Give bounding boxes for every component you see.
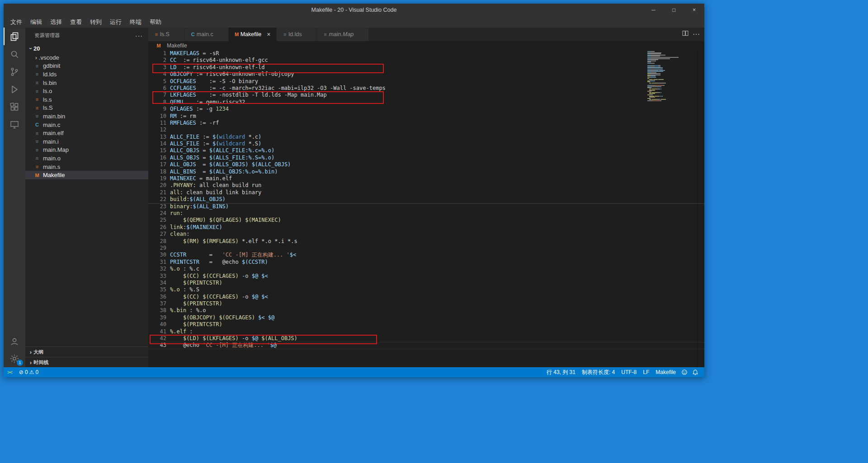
minimize-button[interactable]: ─ — [643, 4, 664, 16]
run-debug-icon[interactable] — [4, 80, 25, 98]
code-line-18[interactable]: 18ALL_BINS = $(ALL_OBJS:%.o=%.bin) — [148, 168, 704, 175]
code-line-23[interactable]: 23binary:$(ALL_BINS) — [148, 203, 704, 210]
code-line-39[interactable]: 39 $(OBJCOPY) $(OCFLAGES) $< $@ — [148, 314, 704, 321]
tree-item-gdbinit[interactable]: ≡gdbinit — [25, 62, 148, 70]
tree-item-main.bin[interactable]: ≡main.bin — [25, 112, 148, 121]
tree-item-main.Map[interactable]: ≡main.Map — [25, 146, 148, 154]
remote-indicator-icon[interactable]: >< — [4, 369, 16, 375]
code-editor[interactable]: 1MAKEFLAGS = -sR2CC := riscv64-unknown-e… — [148, 50, 704, 367]
status-item-UTF-8[interactable]: UTF-8 — [618, 369, 640, 375]
tab-main.c[interactable]: Cmain.c — [185, 28, 229, 41]
menu-item-转到[interactable]: 转到 — [86, 18, 106, 26]
status-item-制表符长度: 4[interactable]: 制表符长度: 4 — [579, 369, 618, 376]
vertical-scrollbar[interactable] — [698, 50, 704, 367]
remote-explorer-icon[interactable] — [4, 116, 25, 133]
code-line-1[interactable]: 1MAKEFLAGS = -sR — [148, 50, 704, 57]
tree-item-ls.bin[interactable]: ≡ls.bin — [25, 79, 148, 87]
extensions-icon[interactable] — [4, 98, 25, 116]
code-line-17[interactable]: 17ALL_OBJS = $(ALLS_OBJS) $(ALLC_OBJS) — [148, 161, 704, 168]
menu-item-运行[interactable]: 运行 — [106, 18, 126, 26]
code-line-3[interactable]: 3LD := riscv64-unknown-elf-ld — [148, 64, 704, 71]
code-line-25[interactable]: 25 $(QEMU) $(QFLAGES) $(MAINEXEC) — [148, 217, 704, 224]
maximize-button[interactable]: □ — [664, 4, 684, 16]
tree-item-main.c[interactable]: Cmain.c — [25, 121, 148, 129]
code-line-16[interactable]: 16ALLS_OBJS = $(ALLS_FILE:%.S=%.o) — [148, 154, 704, 161]
problems-indicator[interactable]: ⊘ 0 ⚠ 0 — [16, 369, 42, 375]
code-line-2[interactable]: 2CC := riscv64-unknown-elf-gcc — [148, 57, 704, 64]
status-item-LF[interactable]: LF — [640, 369, 652, 375]
code-line-33[interactable]: 33 $(CC) $(CCFLAGES) -o $@ $< — [148, 273, 704, 280]
tab-ld.lds[interactable]: ≡ld.lds — [277, 28, 317, 41]
section-时间线[interactable]: ›时间线 — [25, 357, 148, 367]
tab-ls.S[interactable]: ≡ls.S — [148, 28, 185, 41]
code-line-31[interactable]: 31PRINTCSTR = @echo $(CCSTR) — [148, 259, 704, 266]
code-line-37[interactable]: 37 $(PRINTCSTR) — [148, 300, 704, 307]
tree-item-ls.S[interactable]: ≡ls.S — [25, 104, 148, 112]
source-control-icon[interactable] — [4, 63, 25, 80]
code-line-30[interactable]: 30CCSTR = 'CC -[M] 正在构建... '$< — [148, 252, 704, 258]
tree-item-.vscode[interactable]: ›.vscode — [25, 53, 148, 62]
code-line-8[interactable]: 8QEMU := qemu-riscv32 — [148, 99, 704, 106]
code-line-43[interactable]: 43 @echo 'CC -[M] 正在构建... '$@ — [148, 342, 704, 349]
code-line-13[interactable]: 13ALLC_FILE := $(wildcard *.c) — [148, 134, 704, 140]
code-line-35[interactable]: 35%.o : %.S — [148, 286, 704, 293]
code-line-41[interactable]: 41%.elf : — [148, 328, 704, 335]
more-actions-icon[interactable]: ··· — [693, 30, 700, 38]
code-line-36[interactable]: 36 $(CC) $(CCFLAGES) -o $@ $< — [148, 294, 704, 300]
status-item-行 43, 列 31[interactable]: 行 43, 列 31 — [543, 369, 579, 376]
search-icon[interactable] — [4, 45, 25, 63]
code-line-42[interactable]: 42 $(LD) $(LKFLAGES) -o $@ $(ALL_OBJS) — [148, 335, 704, 342]
code-line-6[interactable]: 6CCFLAGES := -c -march=rv32iac -mabi=ilp… — [148, 85, 704, 92]
code-line-24[interactable]: 24run: — [148, 210, 704, 217]
account-icon[interactable] — [4, 333, 25, 350]
code-line-20[interactable]: 20.PHYANY: all clean build run — [148, 182, 704, 189]
menu-item-终端[interactable]: 终端 — [126, 18, 146, 26]
tree-root-folder[interactable]: ›20 — [25, 43, 148, 53]
menu-item-编辑[interactable]: 编辑 — [26, 18, 46, 26]
code-line-12[interactable]: 12 — [148, 126, 704, 133]
code-line-19[interactable]: 19MAINEXEC = main.elf — [148, 175, 704, 182]
code-line-11[interactable]: 11RMFLAGES := -rf — [148, 120, 704, 126]
menu-item-选择[interactable]: 选择 — [46, 18, 66, 26]
code-line-21[interactable]: 21all: clean build link binary — [148, 189, 704, 196]
settings-icon[interactable]: 1 — [4, 350, 25, 367]
breadcrumb[interactable]: M Makefile — [148, 41, 704, 50]
code-line-34[interactable]: 34 $(PRINTCSTR) — [148, 280, 704, 286]
tree-item-main.s[interactable]: ≡main.s — [25, 163, 148, 171]
menu-item-查看[interactable]: 查看 — [66, 18, 86, 26]
tree-item-main.elf[interactable]: ≡main.elf — [25, 129, 148, 137]
tab-main.Map[interactable]: ≡main.Map — [317, 28, 369, 41]
code-line-4[interactable]: 4OBJCOPY := riscv64-unknown-elf-objcopy — [148, 71, 704, 78]
minimap[interactable] — [647, 51, 698, 102]
status-item-Makefile[interactable]: Makefile — [652, 369, 679, 375]
tree-item-main.i[interactable]: ≡main.i — [25, 137, 148, 146]
tree-item-ld.lds[interactable]: ≡ld.lds — [25, 70, 148, 79]
explorer-icon[interactable] — [4, 28, 25, 45]
code-line-32[interactable]: 32%.o : %.c — [148, 266, 704, 272]
code-line-15[interactable]: 15ALLC_OBJS = $(ALLC_FILE:%.c=%.o) — [148, 147, 704, 154]
code-line-38[interactable]: 38%.bin : %.o — [148, 307, 704, 314]
code-line-7[interactable]: 7LKFLAGES := -nostdlib -T ld.lds -Map ma… — [148, 92, 704, 98]
more-actions-icon[interactable]: ··· — [135, 32, 143, 39]
code-line-28[interactable]: 28 $(RM) $(RMFLAGES) *.elf *.o *.i *.s — [148, 238, 704, 245]
tab-Makefile[interactable]: MMakefile× — [229, 28, 277, 41]
code-line-10[interactable]: 10RM := rm — [148, 113, 704, 120]
menu-item-文件[interactable]: 文件 — [6, 18, 26, 26]
split-editor-icon[interactable] — [682, 30, 689, 39]
close-button[interactable]: × — [684, 4, 704, 16]
code-line-14[interactable]: 14ALLS_FILE := $(wildcard *.S) — [148, 140, 704, 147]
tree-item-ls.s[interactable]: ≡ls.s — [25, 95, 148, 104]
code-line-27[interactable]: 27clean: — [148, 231, 704, 238]
tree-item-ls.o[interactable]: ≡ls.o — [25, 87, 148, 95]
code-line-22[interactable]: 22build:$(ALL_OBJS) — [148, 196, 704, 203]
notifications-bell-icon[interactable] — [690, 369, 701, 375]
feedback-smiley-icon[interactable] — [679, 369, 690, 375]
code-line-29[interactable]: 29 — [148, 245, 704, 252]
code-line-40[interactable]: 40 $(PRINTCSTR) — [148, 321, 704, 328]
section-大纲[interactable]: ›大纲 — [25, 346, 148, 357]
code-line-5[interactable]: 5OCFLAGES := -S -O binary — [148, 78, 704, 85]
code-line-9[interactable]: 9QFLAGES := -g 1234 — [148, 106, 704, 112]
tree-item-Makefile[interactable]: MMakefile — [25, 171, 148, 179]
close-tab-icon[interactable]: × — [265, 31, 272, 38]
menu-item-帮助[interactable]: 帮助 — [146, 18, 165, 26]
